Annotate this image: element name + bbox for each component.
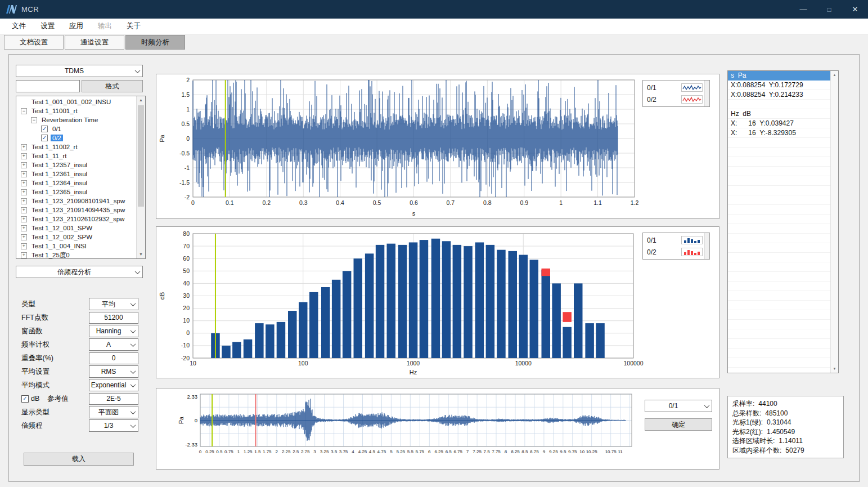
analysis-type-select[interactable]: 倍频程分析 bbox=[16, 266, 143, 278]
tree-item-label[interactable]: Test 1_12357_insul bbox=[30, 162, 89, 168]
cursor-list-row[interactable]: X:0.088254 Y:0.214233 bbox=[728, 90, 831, 100]
cursor-list-row[interactable]: X:0.088254 Y:0.172729 bbox=[728, 81, 831, 90]
tree-item-label[interactable]: Test 1_12_001_SPW bbox=[30, 225, 94, 231]
spectrum-bar[interactable] bbox=[453, 245, 462, 358]
tree-item-label[interactable]: Reverberation Time bbox=[40, 117, 100, 123]
expand-icon[interactable]: + bbox=[21, 171, 27, 177]
expand-icon[interactable]: + bbox=[21, 189, 27, 195]
cursor-list-row[interactable] bbox=[728, 157, 831, 167]
cursor-list-row[interactable] bbox=[728, 215, 831, 224]
reference-input[interactable]: 2E-5 bbox=[89, 393, 138, 405]
cursor-list-row[interactable] bbox=[728, 176, 831, 186]
tree-item[interactable]: +Test 1_123_210908101941_spw bbox=[16, 196, 137, 205]
spectrum-bar[interactable] bbox=[542, 270, 551, 358]
spectrum-bar[interactable] bbox=[464, 246, 473, 358]
tree-item[interactable]: ✓0/2 bbox=[16, 133, 137, 142]
tree-item-label[interactable]: Test 1_11001_rt bbox=[30, 108, 79, 114]
minimize-button[interactable]: — bbox=[790, 0, 816, 19]
tree-item[interactable]: +Test 1_12364_insul bbox=[16, 178, 137, 187]
menu-item-5[interactable]: 关于 bbox=[119, 19, 148, 34]
scroll-down-icon[interactable]: ▼ bbox=[137, 251, 145, 258]
display-type-select[interactable]: 平面图 bbox=[89, 406, 138, 418]
spectrum-bar[interactable] bbox=[266, 324, 275, 358]
tree-item-label[interactable]: Test 1_1_004_INSI bbox=[30, 243, 88, 249]
channel-checkbox[interactable]: ✓ bbox=[41, 126, 48, 132]
cursor-list-row[interactable] bbox=[728, 358, 831, 368]
spectrum-bar[interactable] bbox=[299, 302, 308, 358]
expand-icon[interactable]: + bbox=[21, 216, 27, 222]
spectrum-bar[interactable] bbox=[365, 253, 374, 358]
spectrum-bar[interactable] bbox=[288, 311, 297, 358]
spectrum-bar-red[interactable] bbox=[542, 269, 551, 276]
collapse-icon[interactable]: − bbox=[21, 108, 27, 114]
tree-item-label[interactable]: Test 1_12364_insul bbox=[30, 180, 89, 186]
expand-icon[interactable]: + bbox=[21, 207, 27, 213]
tree-item-label[interactable]: 0/1 bbox=[51, 126, 63, 132]
spectrum-bar[interactable] bbox=[376, 245, 385, 358]
tree-item[interactable]: +Test 1_12_001_SPW bbox=[16, 224, 137, 233]
spectrum-bar[interactable] bbox=[354, 258, 363, 358]
cursor-list-row[interactable] bbox=[728, 320, 831, 329]
expand-icon[interactable]: + bbox=[21, 144, 27, 150]
type-select[interactable]: 平均 bbox=[89, 298, 138, 310]
tree-item[interactable]: +Test 1_12357_insul bbox=[16, 160, 137, 169]
spectrum-bar[interactable] bbox=[244, 339, 253, 358]
legend-item[interactable]: 0/2 bbox=[647, 93, 703, 105]
cursor-list-row[interactable] bbox=[728, 186, 831, 195]
cursor-list-row[interactable] bbox=[728, 339, 831, 349]
cursor-list-row[interactable] bbox=[728, 148, 831, 157]
spectrum-bar[interactable] bbox=[509, 251, 518, 358]
fft-points-input[interactable]: 51200 bbox=[89, 312, 138, 324]
spectrum-bar[interactable] bbox=[387, 244, 396, 358]
tree-item[interactable]: +Test 1_12365_insul bbox=[16, 187, 137, 196]
cursor-list-row[interactable] bbox=[728, 167, 831, 176]
spectrum-bar[interactable] bbox=[497, 250, 506, 358]
spectrum-bar[interactable] bbox=[486, 245, 495, 358]
db-checkbox[interactable]: ✓ bbox=[21, 395, 29, 403]
spectrum-bar[interactable] bbox=[232, 342, 241, 358]
tree-item[interactable]: +Test 1_25度0 bbox=[16, 251, 137, 259]
cursor-list-row[interactable]: X: 16 Y:-8.329305 bbox=[728, 128, 831, 138]
spectrum-bar[interactable] bbox=[519, 255, 528, 358]
cursor-list-row[interactable]: X: 16 Y:0.039427 bbox=[728, 119, 831, 128]
tree-item-label[interactable]: Test 1_12365_insul bbox=[30, 189, 89, 195]
spectrum-bar[interactable] bbox=[431, 239, 440, 358]
tree-item[interactable]: +Test 1_12_002_SPW bbox=[16, 233, 137, 242]
file-format-select[interactable]: TDMS bbox=[16, 65, 143, 77]
format-button[interactable]: 格式 bbox=[82, 80, 143, 92]
tree-item[interactable]: ✓0/1 bbox=[16, 124, 137, 133]
spectrum-bar[interactable] bbox=[277, 322, 286, 358]
load-button[interactable]: 载入 bbox=[24, 453, 134, 466]
spectrum-bar[interactable] bbox=[475, 243, 484, 359]
overlap-input[interactable]: 0 bbox=[89, 352, 138, 364]
cursor-list-row[interactable] bbox=[728, 205, 831, 215]
tree-item-label[interactable]: Test 1_001_001_002_INSU bbox=[30, 99, 113, 105]
cursor-list-row[interactable] bbox=[728, 138, 831, 148]
spectrum-bar[interactable] bbox=[309, 292, 318, 358]
cursor-list-row[interactable] bbox=[728, 301, 831, 310]
spectrum-bar[interactable] bbox=[332, 280, 341, 358]
legend-item[interactable]: 0/1 bbox=[647, 82, 703, 93]
channel-select[interactable]: 0/1 bbox=[645, 400, 712, 412]
menu-item-3[interactable]: 应用 bbox=[62, 19, 91, 34]
spectrum-bar[interactable] bbox=[552, 283, 561, 358]
tree-item[interactable]: +Test 1_11_rt bbox=[16, 151, 137, 160]
expand-icon[interactable]: + bbox=[21, 225, 27, 231]
cursor-list-row[interactable] bbox=[728, 262, 831, 272]
tree-item[interactable]: −Reverberation Time bbox=[16, 115, 137, 124]
tree-item-label[interactable]: Test 1_11002_rt bbox=[30, 144, 79, 150]
expand-icon[interactable]: + bbox=[21, 252, 27, 258]
scrollbar-thumb[interactable] bbox=[138, 105, 144, 207]
tree-item-label[interactable]: Test 1_123_210914094435_spw bbox=[30, 207, 127, 213]
frequency-weighting-select[interactable]: A bbox=[89, 338, 138, 351]
spectrum-bar[interactable] bbox=[574, 283, 583, 358]
expand-icon[interactable]: + bbox=[21, 234, 27, 240]
tree-item-label[interactable]: Test 1_11_rt bbox=[30, 153, 68, 159]
expand-icon[interactable]: + bbox=[21, 198, 27, 204]
data-list-scrollbar[interactable]: ▲ ▼ bbox=[830, 71, 838, 373]
cursor-list-row[interactable]: Hz dB bbox=[728, 109, 831, 119]
scroll-up-icon[interactable]: ▲ bbox=[831, 72, 838, 78]
cursor-list-row[interactable]: s Pa bbox=[728, 71, 831, 81]
tree-item[interactable]: +Test 1_11002_rt bbox=[16, 142, 137, 151]
collapse-icon[interactable]: − bbox=[31, 117, 37, 123]
